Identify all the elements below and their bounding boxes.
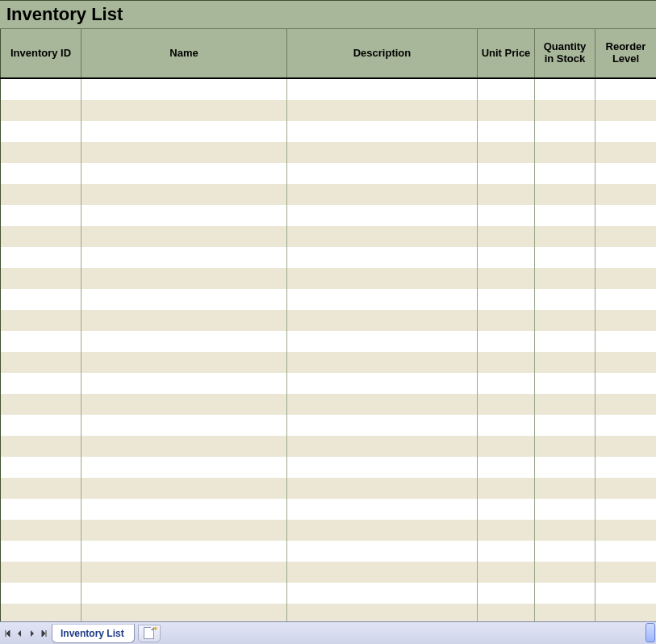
cell-id[interactable] (0, 79, 81, 100)
cell-name[interactable] (81, 604, 286, 621)
cell-reorder[interactable] (595, 268, 656, 289)
cell-name[interactable] (81, 79, 286, 100)
cell-qty[interactable] (534, 499, 595, 520)
cell-name[interactable] (81, 184, 286, 205)
table-row[interactable] (0, 205, 656, 226)
table-row[interactable] (0, 541, 656, 562)
column-header-price[interactable]: Unit Price (477, 29, 534, 77)
table-row[interactable] (0, 436, 656, 457)
cell-desc[interactable] (286, 541, 477, 562)
cell-desc[interactable] (286, 289, 477, 310)
cell-desc[interactable] (286, 268, 477, 289)
cell-name[interactable] (81, 121, 286, 142)
cell-reorder[interactable] (595, 373, 656, 394)
cell-id[interactable] (0, 205, 81, 226)
table-row[interactable] (0, 520, 656, 541)
cell-qty[interactable] (534, 394, 595, 415)
cell-reorder[interactable] (595, 184, 656, 205)
cell-reorder[interactable] (595, 331, 656, 352)
cell-reorder[interactable] (595, 457, 656, 478)
cell-desc[interactable] (286, 478, 477, 499)
cell-reorder[interactable] (595, 205, 656, 226)
cell-name[interactable] (81, 478, 286, 499)
cell-desc[interactable] (286, 373, 477, 394)
table-row[interactable] (0, 289, 656, 310)
cell-id[interactable] (0, 142, 81, 163)
table-row[interactable] (0, 142, 656, 163)
cell-desc[interactable] (286, 583, 477, 604)
cell-price[interactable] (477, 142, 534, 163)
data-grid[interactable] (0, 79, 656, 621)
cell-desc[interactable] (286, 247, 477, 268)
cell-id[interactable] (0, 394, 81, 415)
cell-price[interactable] (477, 604, 534, 621)
cell-name[interactable] (81, 352, 286, 373)
cell-id[interactable] (0, 247, 81, 268)
table-row[interactable] (0, 79, 656, 100)
cell-price[interactable] (477, 562, 534, 583)
table-row[interactable] (0, 583, 656, 604)
column-header-reorder[interactable]: Reorder Level (595, 29, 656, 77)
cell-reorder[interactable] (595, 604, 656, 621)
cell-id[interactable] (0, 163, 81, 184)
cell-name[interactable] (81, 415, 286, 436)
new-sheet-button[interactable]: ✶ (138, 625, 161, 642)
cell-id[interactable] (0, 478, 81, 499)
cell-price[interactable] (477, 205, 534, 226)
column-header-id[interactable]: Inventory ID (0, 29, 81, 77)
cell-id[interactable] (0, 604, 81, 621)
sheet-tab-inventory-list[interactable]: Inventory List (52, 624, 135, 643)
table-row[interactable] (0, 331, 656, 352)
cell-id[interactable] (0, 226, 81, 247)
cell-price[interactable] (477, 289, 534, 310)
table-row[interactable] (0, 499, 656, 520)
cell-name[interactable] (81, 205, 286, 226)
cell-price[interactable] (477, 499, 534, 520)
table-row[interactable] (0, 163, 656, 184)
cell-desc[interactable] (286, 520, 477, 541)
cell-desc[interactable] (286, 205, 477, 226)
cell-name[interactable] (81, 100, 286, 121)
cell-qty[interactable] (534, 205, 595, 226)
cell-price[interactable] (477, 226, 534, 247)
cell-desc[interactable] (286, 142, 477, 163)
cell-qty[interactable] (534, 79, 595, 100)
table-row[interactable] (0, 457, 656, 478)
table-row[interactable] (0, 415, 656, 436)
cell-qty[interactable] (534, 478, 595, 499)
last-sheet-button[interactable] (39, 625, 52, 642)
prev-sheet-button[interactable] (13, 625, 26, 642)
cell-reorder[interactable] (595, 394, 656, 415)
cell-price[interactable] (477, 373, 534, 394)
cell-reorder[interactable] (595, 478, 656, 499)
cell-desc[interactable] (286, 121, 477, 142)
cell-qty[interactable] (534, 121, 595, 142)
table-row[interactable] (0, 247, 656, 268)
cell-reorder[interactable] (595, 541, 656, 562)
cell-qty[interactable] (534, 184, 595, 205)
cell-desc[interactable] (286, 310, 477, 331)
cell-reorder[interactable] (595, 100, 656, 121)
cell-price[interactable] (477, 415, 534, 436)
cell-price[interactable] (477, 583, 534, 604)
cell-qty[interactable] (534, 604, 595, 621)
cell-name[interactable] (81, 268, 286, 289)
cell-desc[interactable] (286, 79, 477, 100)
cell-qty[interactable] (534, 415, 595, 436)
cell-qty[interactable] (534, 541, 595, 562)
cell-reorder[interactable] (595, 352, 656, 373)
cell-name[interactable] (81, 289, 286, 310)
cell-id[interactable] (0, 289, 81, 310)
cell-desc[interactable] (286, 499, 477, 520)
cell-name[interactable] (81, 583, 286, 604)
table-row[interactable] (0, 184, 656, 205)
cell-reorder[interactable] (595, 310, 656, 331)
table-row[interactable] (0, 604, 656, 621)
cell-id[interactable] (0, 184, 81, 205)
cell-name[interactable] (81, 541, 286, 562)
cell-name[interactable] (81, 163, 286, 184)
cell-price[interactable] (477, 520, 534, 541)
cell-id[interactable] (0, 268, 81, 289)
cell-qty[interactable] (534, 142, 595, 163)
cell-price[interactable] (477, 331, 534, 352)
